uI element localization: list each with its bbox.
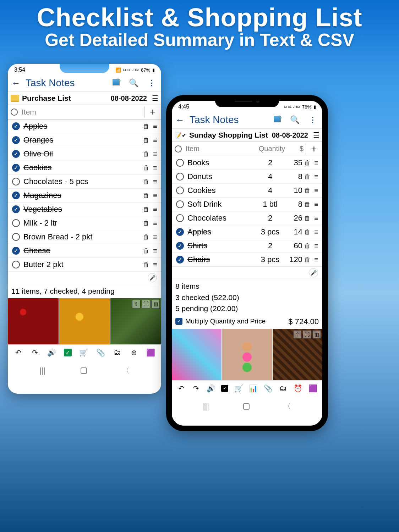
more-icon[interactable]: ⋮ [307, 115, 319, 124]
drag-handle-icon[interactable] [151, 122, 159, 131]
item-qty[interactable]: 2 [258, 214, 283, 223]
check-icon[interactable]: ✓ [221, 385, 228, 392]
delete-icon[interactable]: 🗑 [141, 247, 151, 255]
item-name[interactable]: Apples [22, 122, 141, 131]
speaker-icon[interactable]: 🔊 [206, 384, 215, 393]
thumbnail-2[interactable] [59, 298, 110, 344]
redo-icon[interactable]: ↷ [192, 384, 201, 393]
item-name[interactable]: Olive Oil [22, 149, 141, 159]
drag-handle-icon[interactable] [312, 200, 320, 209]
back-button[interactable]: ← [175, 115, 185, 126]
nav-back-button[interactable]: 〈 [283, 401, 291, 412]
item-qty[interactable]: 4 [258, 172, 283, 181]
mic-icon[interactable]: 🎤 [309, 268, 318, 277]
drag-handle-icon[interactable] [151, 205, 159, 214]
columns-icon[interactable]: ▥ [312, 330, 321, 339]
search-icon[interactable]: 🔍 [127, 78, 141, 88]
item-name[interactable]: Chocolates [186, 214, 258, 223]
item-placeholder[interactable]: Item [184, 142, 256, 156]
item-name[interactable]: Apples [186, 227, 258, 237]
check-all-toggle[interactable] [175, 145, 182, 153]
drag-handle-icon[interactable] [312, 241, 320, 250]
sticky-icon[interactable]: 🗂 [278, 384, 288, 392]
recent-apps-button[interactable]: ||| [203, 402, 209, 411]
upload-icon[interactable]: ⇧ [132, 300, 141, 308]
thumbnail-1[interactable] [172, 329, 222, 380]
item-price[interactable]: 26 [283, 214, 302, 223]
item-price[interactable]: 10 [283, 186, 302, 195]
checkbox-unchecked-icon[interactable] [12, 178, 20, 185]
item-price[interactable]: 35 [283, 158, 302, 167]
delete-icon[interactable]: 🗑 [302, 159, 312, 167]
item-qty[interactable]: 3 pcs [258, 227, 283, 237]
checkbox-unchecked-icon[interactable] [12, 219, 20, 227]
back-button[interactable]: ← [11, 78, 21, 89]
item-name[interactable]: Brown Bread - 2 pkt [22, 232, 141, 242]
alarm-icon[interactable]: ⏰ [293, 384, 302, 393]
delete-icon[interactable]: 🗑 [302, 256, 312, 264]
checkbox-checked-icon[interactable] [12, 150, 20, 158]
delete-icon[interactable]: 🗑 [141, 123, 151, 130]
home-button[interactable] [81, 367, 87, 374]
check-all-toggle[interactable] [11, 109, 18, 116]
drag-handle-icon[interactable] [151, 149, 159, 159]
item-name[interactable]: Milk - 2 ltr [22, 218, 141, 228]
checkbox-unchecked-icon[interactable] [12, 261, 20, 268]
checkbox-checked-icon[interactable] [12, 122, 20, 130]
item-name[interactable]: Donuts [186, 172, 258, 181]
item-name[interactable]: Chocolates - 5 pcs [22, 177, 141, 186]
checkbox-unchecked-icon[interactable] [176, 200, 184, 208]
delete-icon[interactable]: 🗑 [141, 178, 151, 185]
filter-icon[interactable]: ☰ [150, 94, 158, 102]
cart-icon[interactable]: 🛒 [234, 384, 243, 393]
checkbox-unchecked-icon[interactable] [176, 173, 184, 181]
delete-icon[interactable]: 🗑 [302, 173, 312, 181]
undo-icon[interactable]: ↶ [177, 384, 186, 393]
drag-handle-icon[interactable] [151, 246, 159, 255]
item-name[interactable]: Vegetables [22, 205, 141, 214]
item-name[interactable]: Butter 2 pkt [22, 260, 141, 269]
delete-icon[interactable]: 🗑 [141, 206, 151, 213]
delete-icon[interactable]: 🗑 [302, 242, 312, 250]
item-name[interactable]: Books [186, 158, 258, 167]
thumbnail-3[interactable]: ⇧ ⛶ ▥ [110, 298, 161, 344]
drag-handle-icon[interactable] [312, 227, 320, 237]
drag-handle-icon[interactable] [151, 260, 159, 269]
thumbnail-2[interactable] [222, 329, 272, 380]
checkbox-checked-icon[interactable] [176, 228, 184, 236]
delete-icon[interactable]: 🗑 [141, 150, 151, 158]
mic-icon[interactable]: 🎤 [148, 273, 157, 282]
add-item-button[interactable]: + [306, 143, 322, 155]
nav-back-button[interactable]: 〈 [122, 365, 130, 376]
multiply-checkbox[interactable]: ✓ [175, 318, 182, 325]
checkbox-checked-icon[interactable] [12, 136, 20, 144]
drag-handle-icon[interactable] [151, 218, 159, 228]
drag-handle-icon[interactable] [312, 214, 320, 223]
delete-icon[interactable]: 🗑 [302, 201, 312, 208]
undo-icon[interactable]: ↶ [14, 348, 23, 357]
checkbox-checked-icon[interactable] [176, 256, 184, 264]
drag-handle-icon[interactable] [312, 158, 320, 167]
check-icon[interactable]: ✓ [64, 349, 72, 356]
search-icon[interactable]: 🔍 [288, 115, 302, 124]
item-qty[interactable]: 2 [258, 158, 283, 167]
upload-icon[interactable]: ⇧ [293, 330, 302, 339]
checkbox-unchecked-icon[interactable] [176, 187, 184, 194]
item-price[interactable]: 14 [283, 227, 302, 237]
clip-icon[interactable]: 📎 [264, 384, 273, 393]
thumbnail-3[interactable]: ⇧ ⛶ ▥ [273, 329, 322, 380]
columns-icon[interactable]: ▥ [151, 300, 160, 308]
checkbox-checked-icon[interactable] [176, 242, 184, 250]
item-name[interactable]: Soft Drink [186, 200, 258, 209]
checkbox-checked-icon[interactable] [12, 247, 20, 255]
checkbox-unchecked-icon[interactable] [12, 233, 20, 241]
delete-icon[interactable]: 🗑 [141, 261, 151, 268]
delete-icon[interactable]: 🗑 [141, 220, 151, 227]
drag-handle-icon[interactable] [151, 135, 159, 145]
drag-handle-icon[interactable] [151, 232, 159, 242]
color-icon[interactable]: 🟪 [308, 384, 317, 393]
item-name[interactable]: Shirts [186, 241, 258, 250]
drag-handle-icon[interactable] [151, 163, 159, 172]
delete-icon[interactable]: 🗑 [141, 233, 151, 241]
item-name[interactable]: Magazines [22, 191, 141, 200]
